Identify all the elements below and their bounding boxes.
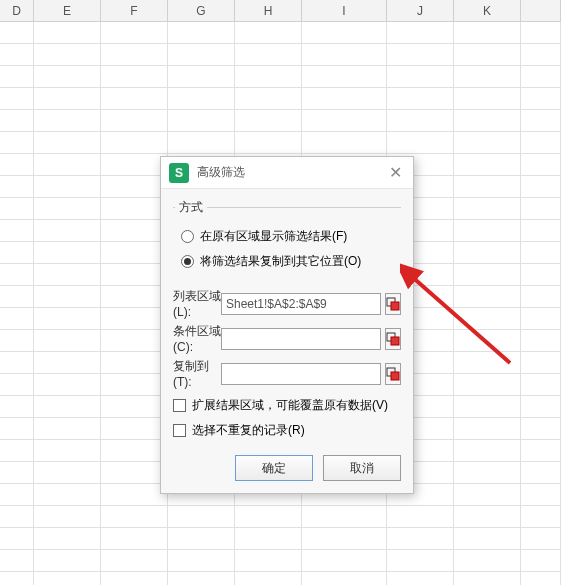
range-picker-icon[interactable] — [385, 363, 401, 385]
table-row[interactable] — [0, 22, 561, 44]
cell[interactable] — [0, 198, 34, 220]
cell[interactable] — [454, 330, 521, 352]
cell[interactable] — [454, 154, 521, 176]
cell[interactable] — [302, 132, 387, 154]
cell[interactable] — [168, 88, 235, 110]
cell[interactable] — [101, 550, 168, 572]
cell[interactable] — [521, 264, 561, 286]
cell[interactable] — [454, 132, 521, 154]
cell[interactable] — [521, 550, 561, 572]
cell[interactable] — [0, 374, 34, 396]
cell[interactable] — [168, 550, 235, 572]
cell[interactable] — [0, 528, 34, 550]
cell[interactable] — [454, 242, 521, 264]
cell[interactable] — [521, 110, 561, 132]
cell[interactable] — [454, 264, 521, 286]
cell[interactable] — [302, 506, 387, 528]
cell[interactable] — [235, 550, 302, 572]
criteria-range-input[interactable] — [221, 328, 381, 350]
cell[interactable] — [235, 110, 302, 132]
cancel-button[interactable]: 取消 — [323, 455, 401, 481]
cell[interactable] — [34, 308, 101, 330]
cell[interactable] — [0, 286, 34, 308]
cell[interactable] — [454, 396, 521, 418]
cell[interactable] — [302, 88, 387, 110]
cell[interactable] — [34, 176, 101, 198]
cell[interactable] — [168, 110, 235, 132]
cell[interactable] — [34, 242, 101, 264]
table-row[interactable] — [0, 132, 561, 154]
cell[interactable] — [454, 550, 521, 572]
cell[interactable] — [454, 308, 521, 330]
cell[interactable] — [101, 396, 168, 418]
col-header-H[interactable]: H — [235, 0, 302, 21]
cell[interactable] — [0, 88, 34, 110]
cell[interactable] — [0, 330, 34, 352]
cell[interactable] — [101, 198, 168, 220]
cell[interactable] — [34, 330, 101, 352]
cell[interactable] — [454, 220, 521, 242]
cell[interactable] — [521, 242, 561, 264]
cell[interactable] — [235, 66, 302, 88]
cell[interactable] — [454, 440, 521, 462]
cell[interactable] — [521, 44, 561, 66]
cell[interactable] — [521, 572, 561, 585]
cell[interactable] — [101, 176, 168, 198]
cell[interactable] — [521, 440, 561, 462]
radio-inplace[interactable]: 在原有区域显示筛选结果(F) — [175, 224, 399, 249]
cell[interactable] — [101, 220, 168, 242]
cell[interactable] — [235, 506, 302, 528]
cell[interactable] — [34, 44, 101, 66]
range-picker-icon[interactable] — [385, 328, 401, 350]
cell[interactable] — [0, 22, 34, 44]
cell[interactable] — [101, 88, 168, 110]
cell[interactable] — [521, 22, 561, 44]
cell[interactable] — [0, 440, 34, 462]
cell[interactable] — [387, 550, 454, 572]
cell[interactable] — [0, 484, 34, 506]
cell[interactable] — [101, 154, 168, 176]
cell[interactable] — [521, 308, 561, 330]
cell[interactable] — [0, 154, 34, 176]
cell[interactable] — [521, 330, 561, 352]
cell[interactable] — [387, 110, 454, 132]
cell[interactable] — [101, 242, 168, 264]
cell[interactable] — [454, 462, 521, 484]
cell[interactable] — [521, 506, 561, 528]
cell[interactable] — [34, 110, 101, 132]
table-row[interactable] — [0, 550, 561, 572]
cell[interactable] — [521, 374, 561, 396]
cell[interactable] — [521, 484, 561, 506]
cell[interactable] — [168, 44, 235, 66]
cell[interactable] — [387, 572, 454, 585]
cell[interactable] — [101, 330, 168, 352]
cell[interactable] — [0, 132, 34, 154]
cell[interactable] — [101, 110, 168, 132]
cell[interactable] — [454, 484, 521, 506]
col-header-I[interactable]: I — [302, 0, 387, 21]
cell[interactable] — [34, 528, 101, 550]
cell[interactable] — [101, 22, 168, 44]
cell[interactable] — [101, 66, 168, 88]
cell[interactable] — [521, 132, 561, 154]
cell[interactable] — [235, 572, 302, 585]
cell[interactable] — [521, 528, 561, 550]
cell[interactable] — [0, 550, 34, 572]
col-header-extra[interactable] — [521, 0, 561, 21]
cell[interactable] — [454, 418, 521, 440]
cell[interactable] — [521, 176, 561, 198]
cell[interactable] — [101, 418, 168, 440]
cell[interactable] — [235, 528, 302, 550]
expand-check-row[interactable]: 扩展结果区域，可能覆盖原有数据(V) — [173, 393, 401, 418]
cell[interactable] — [387, 44, 454, 66]
cell[interactable] — [34, 264, 101, 286]
cell[interactable] — [521, 88, 561, 110]
radio-copy[interactable]: 将筛选结果复制到其它位置(O) — [175, 249, 399, 274]
cell[interactable] — [454, 286, 521, 308]
cell[interactable] — [0, 176, 34, 198]
cell[interactable] — [34, 66, 101, 88]
cell[interactable] — [521, 220, 561, 242]
list-range-input[interactable] — [221, 293, 381, 315]
cell[interactable] — [168, 132, 235, 154]
cell[interactable] — [521, 286, 561, 308]
